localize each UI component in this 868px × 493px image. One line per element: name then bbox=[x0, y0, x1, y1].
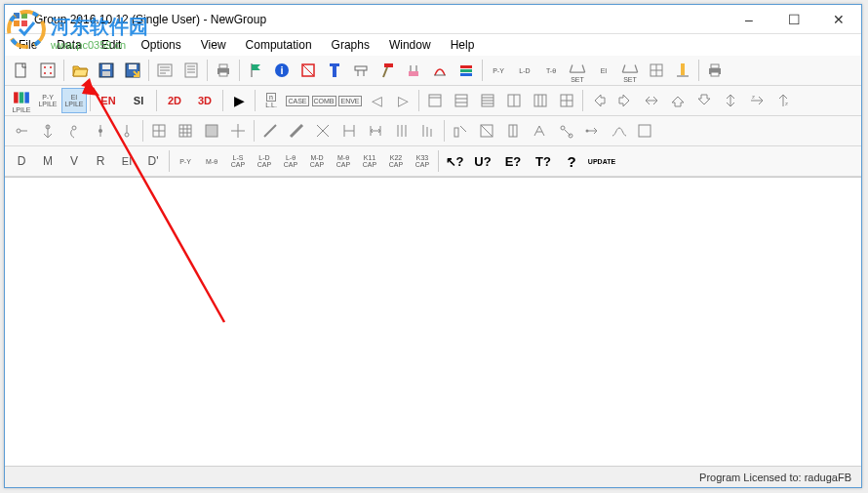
minimize-button[interactable]: – bbox=[727, 5, 771, 34]
ld-btn[interactable]: L-D bbox=[512, 58, 537, 83]
run-icon[interactable]: ▶ bbox=[226, 88, 252, 113]
save-icon[interactable] bbox=[94, 58, 119, 83]
tool34-icon[interactable] bbox=[527, 118, 552, 144]
pt5-icon[interactable] bbox=[114, 118, 139, 144]
pile-mark-icon[interactable] bbox=[670, 58, 695, 83]
ld-cap-btn[interactable]: L-DCAP bbox=[252, 148, 277, 174]
arrow8-icon[interactable]: z bbox=[770, 88, 796, 113]
print-icon[interactable] bbox=[211, 58, 236, 83]
dim2-icon[interactable] bbox=[363, 118, 388, 144]
r-btn[interactable]: R bbox=[88, 148, 113, 174]
ls-cap-btn[interactable]: L-SCAP bbox=[225, 148, 251, 174]
dim4-icon[interactable] bbox=[415, 118, 441, 144]
pt1-icon[interactable] bbox=[9, 118, 34, 144]
menu-edit[interactable]: Edit bbox=[94, 36, 130, 54]
tool16-icon[interactable] bbox=[401, 58, 426, 83]
view3-icon[interactable] bbox=[475, 88, 500, 113]
lpile-icon[interactable]: LPILE bbox=[9, 88, 34, 113]
info-icon[interactable]: i bbox=[269, 58, 295, 83]
view6-icon[interactable] bbox=[554, 88, 579, 113]
next-icon[interactable]: ▷ bbox=[390, 88, 415, 113]
mtheta-cap-btn[interactable]: M-θCAP bbox=[331, 148, 356, 174]
menu-file[interactable]: File bbox=[11, 36, 45, 54]
view2-icon[interactable] bbox=[449, 88, 474, 113]
menu-help[interactable]: Help bbox=[443, 36, 483, 54]
2d-btn[interactable]: 2D bbox=[160, 88, 189, 113]
arrow7-icon[interactable]: z bbox=[744, 88, 769, 113]
3d-btn[interactable]: 3D bbox=[190, 88, 219, 113]
ltheta-cap-btn[interactable]: L-θCAP bbox=[278, 148, 303, 174]
line1-icon[interactable] bbox=[257, 118, 283, 144]
d-btn[interactable]: D bbox=[9, 148, 34, 174]
ei-lpile-btn[interactable]: EILPILE bbox=[61, 88, 87, 113]
tool35-icon[interactable] bbox=[553, 118, 578, 144]
tool31-icon[interactable] bbox=[448, 118, 473, 144]
menu-graphs[interactable]: Graphs bbox=[324, 36, 377, 54]
tool38-icon[interactable] bbox=[632, 118, 657, 144]
m-btn[interactable]: M bbox=[35, 148, 60, 174]
arrow5-icon[interactable] bbox=[691, 88, 717, 113]
hammer-icon[interactable] bbox=[375, 58, 400, 83]
maximize-button[interactable]: ☐ bbox=[771, 5, 816, 34]
arrow3-icon[interactable] bbox=[639, 88, 664, 113]
arrow6-icon[interactable] bbox=[718, 88, 743, 113]
py2-btn[interactable]: P-Y bbox=[173, 148, 198, 174]
prev-icon[interactable]: ◁ bbox=[364, 88, 389, 113]
k33-btn[interactable]: K33CAP bbox=[410, 148, 435, 174]
dim1-icon[interactable] bbox=[336, 118, 362, 144]
section-icon[interactable] bbox=[296, 58, 321, 83]
menu-options[interactable]: Options bbox=[133, 36, 188, 54]
k22-btn[interactable]: K22CAP bbox=[383, 148, 409, 174]
enve-btn[interactable]: ENVE bbox=[337, 88, 363, 113]
print2-icon[interactable] bbox=[702, 58, 728, 83]
pt4-icon[interactable] bbox=[88, 118, 113, 144]
new-icon[interactable] bbox=[9, 58, 34, 83]
q-btn[interactable]: ? bbox=[559, 148, 584, 174]
layers-icon[interactable] bbox=[454, 58, 479, 83]
py-lpile-btn[interactable]: P-YLPILE bbox=[35, 88, 60, 113]
view4-icon[interactable] bbox=[501, 88, 527, 113]
arrow4-icon[interactable] bbox=[665, 88, 690, 113]
nll-btn[interactable]: nL.L. bbox=[258, 88, 284, 113]
si-btn[interactable]: SI bbox=[124, 88, 153, 113]
pile-icon[interactable] bbox=[322, 58, 347, 83]
menu-computation[interactable]: Computation bbox=[238, 36, 320, 54]
grid3-icon[interactable] bbox=[173, 118, 198, 144]
arrow1-icon[interactable] bbox=[586, 88, 612, 113]
set2-btn[interactable]: SET bbox=[617, 58, 643, 83]
eq-btn[interactable]: E? bbox=[498, 148, 528, 174]
set1-btn[interactable]: SET bbox=[565, 58, 590, 83]
shade-icon[interactable] bbox=[199, 118, 224, 144]
tool33-icon[interactable] bbox=[500, 118, 526, 144]
tool17-icon[interactable] bbox=[427, 58, 453, 83]
pt3-icon[interactable] bbox=[61, 118, 87, 144]
flag-icon[interactable] bbox=[243, 58, 268, 83]
page-icon[interactable] bbox=[178, 58, 204, 83]
menu-data[interactable]: Data bbox=[49, 36, 89, 54]
k11-btn[interactable]: K11CAP bbox=[357, 148, 382, 174]
ttheta-btn[interactable]: T-θ bbox=[538, 58, 564, 83]
ei2-btn[interactable]: EI bbox=[114, 148, 139, 174]
en-btn[interactable]: EN bbox=[94, 88, 123, 113]
grid2-icon[interactable] bbox=[146, 118, 172, 144]
title-icon[interactable] bbox=[152, 58, 178, 83]
v-btn[interactable]: V bbox=[61, 148, 87, 174]
view5-icon[interactable] bbox=[528, 88, 553, 113]
xmark-icon[interactable] bbox=[310, 118, 335, 144]
menu-view[interactable]: View bbox=[193, 36, 234, 54]
saveas-icon[interactable] bbox=[120, 58, 145, 83]
case-btn[interactable]: CASE bbox=[285, 88, 310, 113]
md-cap-btn[interactable]: M-DCAP bbox=[304, 148, 330, 174]
py-btn[interactable]: P-Y bbox=[486, 58, 511, 83]
dim3-icon[interactable] bbox=[389, 118, 414, 144]
new-group-icon[interactable] bbox=[35, 58, 60, 83]
dprime-btn[interactable]: D' bbox=[140, 148, 166, 174]
tool37-icon[interactable] bbox=[606, 118, 631, 144]
ei-btn[interactable]: EI bbox=[591, 58, 616, 83]
view1-icon[interactable] bbox=[422, 88, 448, 113]
uq-btn[interactable]: U? bbox=[468, 148, 497, 174]
open-icon[interactable] bbox=[67, 58, 93, 83]
close-button[interactable]: ✕ bbox=[816, 5, 861, 34]
update-btn[interactable]: UPDATE bbox=[585, 148, 618, 174]
cap-icon[interactable] bbox=[348, 58, 374, 83]
